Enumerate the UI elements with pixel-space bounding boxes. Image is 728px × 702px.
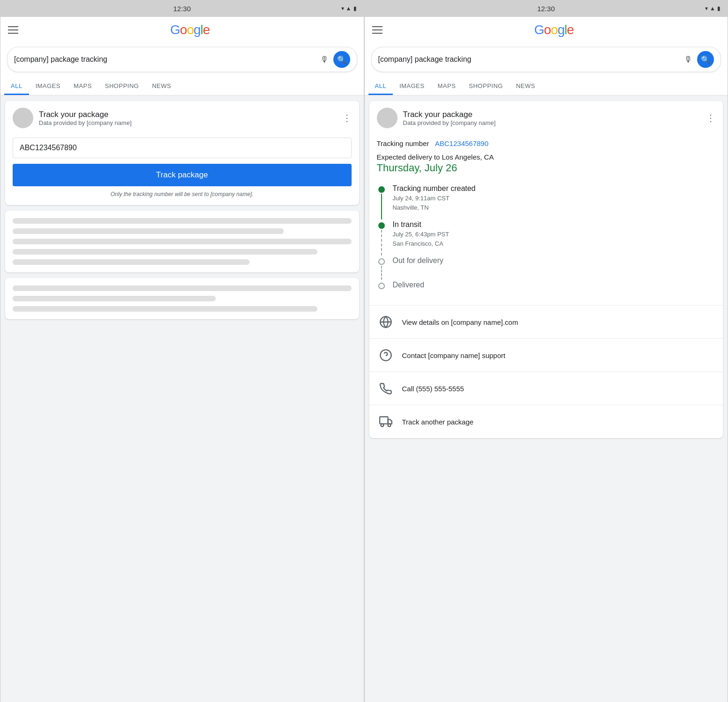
delivery-info: Expected delivery to Los Angeles, CA Thu… [369, 151, 723, 181]
tracking-number-row: Tracking number ABC1234567890 [369, 133, 723, 151]
action-call[interactable]: Call (555) 555-5555 [369, 372, 723, 405]
google-logo-left: Google [24, 22, 356, 37]
left-search-bar[interactable]: [company] package tracking 🎙 🔍 [7, 47, 357, 72]
timeline-dot-3 [378, 258, 385, 265]
action-contact-support-text: Contact [company name] support [402, 351, 506, 359]
right-company-logo [377, 108, 397, 128]
tracking-number-label: Tracking number [377, 139, 429, 147]
timeline-event-4: Delivered [393, 281, 716, 289]
timeline-line-1 [381, 194, 382, 219]
action-contact-support[interactable]: Contact [company name] support [369, 338, 723, 372]
right-content: Track your package Data provided by [com… [365, 95, 728, 702]
svg-point-5 [388, 424, 390, 427]
skeleton-card-2 [5, 278, 359, 319]
phone-icon [377, 380, 395, 397]
right-tab-shopping[interactable]: SHOPPING [463, 77, 510, 95]
right-tab-images[interactable]: IMAGES [393, 77, 431, 95]
right-tracking-card-title: Track your package Data provided by [com… [403, 110, 701, 126]
globe-icon [377, 313, 395, 331]
wifi-icon-r: ▾ [705, 5, 708, 12]
truck-icon [377, 413, 395, 431]
right-tab-maps[interactable]: MAPS [431, 77, 463, 95]
status-bar-right: 12:30 ▾ ▲ ▮ [364, 0, 728, 17]
right-search-bar[interactable]: [company] package tracking 🎙 🔍 [371, 47, 721, 72]
battery-icon-r: ▮ [717, 5, 721, 12]
action-view-details[interactable]: View details on [company name].com [369, 305, 723, 338]
left-tab-all[interactable]: ALL [4, 77, 29, 95]
timeline-dot-4 [378, 283, 385, 289]
tracking-number-input[interactable] [13, 138, 352, 158]
left-tracking-card-header: Track your package Data provided by [com… [5, 101, 359, 133]
skeleton-line [13, 249, 317, 255]
logo-g2-r: g [558, 22, 565, 37]
timeline-left-4 [377, 281, 386, 298]
right-search-button[interactable]: 🔍 [697, 51, 714, 68]
timeline-content-1: Tracking number created July 24, 9:11am … [393, 184, 716, 220]
phones-container: Google [company] package tracking 🎙 🔍 AL… [0, 17, 728, 702]
track-package-button[interactable]: Track package [13, 164, 352, 186]
right-mic-icon[interactable]: 🎙 [683, 54, 693, 65]
timeline-dot-2 [378, 222, 385, 229]
timeline-left-3 [377, 256, 386, 281]
right-search-input[interactable]: [company] package tracking [378, 55, 680, 64]
logo-g: G [170, 22, 180, 37]
right-tracking-subtitle: Data provided by [company name] [403, 119, 701, 126]
timeline-line-2 [381, 230, 382, 256]
right-more-icon[interactable]: ⋮ [706, 112, 715, 124]
timeline-dot-1 [378, 186, 385, 193]
time-left: 12:30 [0, 5, 364, 13]
right-search-bar-container: [company] package tracking 🎙 🔍 [365, 43, 728, 77]
left-search-bar-container: [company] package tracking 🎙 🔍 [0, 43, 364, 77]
right-tab-all[interactable]: ALL [368, 77, 393, 95]
right-tracking-card-header: Track your package Data provided by [com… [369, 101, 723, 133]
left-tracking-subtitle: Data provided by [company name] [39, 119, 337, 126]
timeline-left-1 [377, 184, 386, 220]
help-icon [377, 346, 395, 364]
google-logo-right: Google [388, 22, 721, 37]
left-tracking-card-body: Track package Only the tracking number w… [5, 133, 359, 205]
right-search-icon: 🔍 [701, 55, 710, 64]
status-bar: 12:30 ▾ ▲ ▮ 12:30 ▾ ▲ ▮ [0, 0, 728, 17]
svg-point-4 [381, 424, 383, 427]
logo-e-r: e [567, 22, 574, 37]
timeline-item-3: Out for delivery [377, 256, 716, 281]
timeline-event-3: Out for delivery [393, 256, 716, 265]
action-track-another[interactable]: Track another package [369, 405, 723, 438]
logo-o1-r: o [544, 22, 551, 37]
timeline-content-3: Out for delivery [393, 256, 716, 281]
skeleton-line [13, 228, 284, 234]
right-phone: Google [company] package tracking 🎙 🔍 AL… [364, 17, 728, 702]
right-tracking-title-text: Track your package [403, 110, 701, 119]
left-search-button[interactable]: 🔍 [333, 51, 350, 68]
left-tab-news[interactable]: NEWS [146, 77, 178, 95]
left-tab-maps[interactable]: MAPS [67, 77, 98, 95]
left-tab-shopping[interactable]: SHOPPING [98, 77, 146, 95]
wifi-icon: ▾ [341, 5, 344, 12]
tracking-number-value[interactable]: ABC1234567890 [435, 139, 488, 147]
svg-rect-3 [380, 417, 388, 424]
hamburger-icon-left[interactable] [8, 26, 18, 34]
timeline-line-3 [381, 266, 382, 280]
status-bar-left: 12:30 ▾ ▲ ▮ [0, 0, 364, 17]
right-tab-news[interactable]: NEWS [509, 77, 542, 95]
timeline: Tracking number created July 24, 9:11am … [369, 181, 723, 305]
left-search-input[interactable]: [company] package tracking [14, 55, 316, 64]
left-tracking-card-title: Track your package Data provided by [com… [39, 110, 337, 126]
skeleton-line [13, 218, 352, 224]
delivery-label: Expected delivery to Los Angeles, CA [377, 153, 716, 161]
skeleton-line [13, 239, 352, 244]
timeline-event-1: Tracking number created [393, 184, 716, 193]
timeline-item-4: Delivered [377, 281, 716, 298]
hamburger-icon-right[interactable] [372, 26, 382, 34]
logo-e: e [203, 22, 210, 37]
left-more-icon[interactable]: ⋮ [342, 112, 352, 124]
left-app-bar: Google [0, 17, 364, 43]
timeline-content-4: Delivered [393, 281, 716, 298]
left-tab-images[interactable]: IMAGES [29, 77, 67, 95]
signal-icon: ▲ [346, 5, 352, 12]
right-tracking-result-card: Track your package Data provided by [com… [369, 101, 723, 438]
left-content: Track your package Data provided by [com… [0, 95, 364, 702]
action-call-text: Call (555) 555-5555 [402, 385, 464, 393]
left-mic-icon[interactable]: 🎙 [319, 54, 330, 65]
logo-o2: o [187, 22, 194, 37]
